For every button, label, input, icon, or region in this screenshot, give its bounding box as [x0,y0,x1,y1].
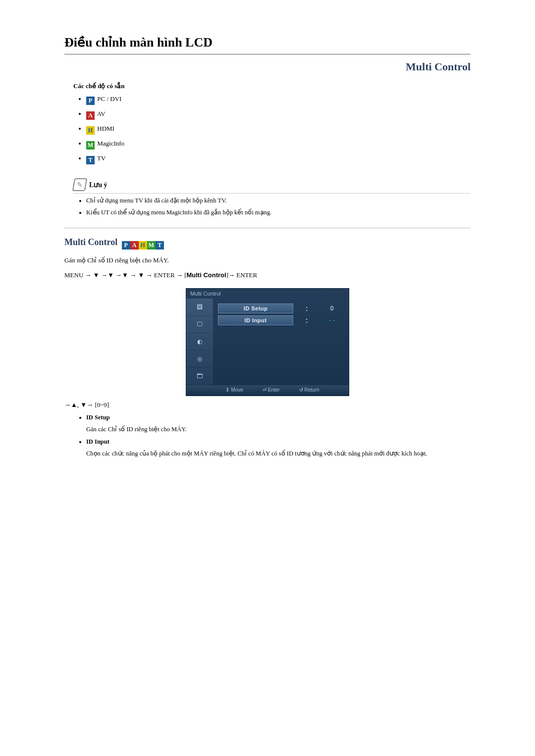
mode-icon-strip: P A H M T [122,241,164,250]
osd-footer: Move Enter Return [186,385,349,396]
definition-desc: Gán các Chỉ số ID riêng biệt cho MÁY. [86,425,471,433]
osd-row-sep: : [293,316,320,324]
osd-title: Multi Control [186,289,349,299]
monitor-icon: 🖵 [194,319,205,330]
after-osd-seq: →▲, ▼→ [0~9] [64,401,471,409]
osd-tab: 🖵 [186,316,213,333]
osd-tab: ◎ [186,351,213,368]
mode-label: PC / DVI [97,95,121,102]
osd-row-label: ID Input [218,315,293,325]
document-page: Điều chỉnh màn hình LCD Multi Control Cá… [0,0,535,490]
osd-tab: 🗔 [186,368,213,385]
rule-top [64,54,471,54]
setup-icon: 🗔 [194,371,205,382]
nav-suffix: ]→ ENTER [226,271,257,279]
a-icon: A [86,111,95,120]
menu-nav-sequence: MENU → ▼ →▼ →▼ → ▼ → ENTER → [Multi Cont… [64,271,471,279]
mode-label: AV [97,110,106,117]
mode-item: H HDMI [86,125,471,135]
osd-row: ID Setup : 0 [218,303,344,313]
mode-label: HDMI [97,125,114,132]
mode-item: A AV [86,110,471,120]
osd-sidebar: 🖼 🖵 ◐ ◎ 🗔 [186,299,213,385]
mode-label: MagicInfo [97,140,124,147]
intro-text: Gán mộ Chỉ số ID riêng biệt cho MÁY. [64,256,471,264]
p-icon: P [122,241,130,250]
osd-row-label: ID Setup [218,303,293,313]
page-title: Điều chỉnh màn hình LCD [64,35,471,52]
t-icon: T [156,241,164,250]
osd-footer-item: Return [299,387,320,393]
nav-prefix: MENU → ▼ →▼ →▼ → ▼ → ENTER → [ [64,271,186,279]
pencil-icon: ✎ [72,178,88,191]
osd-row-value: - - [320,317,344,324]
definition-desc: Chọn các chức năng của bộ phát cho một M… [86,450,471,457]
mode-item: P PC / DVI [86,95,471,105]
osd-body: 🖼 🖵 ◐ ◎ 🗔 ID Setup : 0 ID Input : - - [186,299,349,385]
note-heading-label: Lưu ý [89,181,107,189]
clock-icon: ◎ [194,353,205,364]
note-list: Chỉ sử dụng menu TV khi đã cài đặt một h… [86,197,471,217]
osd-tab: ◐ [186,333,213,351]
definition-item: ID Input Chọn các chức năng của bộ phát … [86,438,471,457]
nav-bold: Multi Control [186,271,226,279]
note-header: ✎ Lưu ý [73,178,471,194]
picture-icon: 🖼 [194,302,205,312]
p-icon: P [86,97,95,105]
osd-row-sep: : [293,304,320,312]
definition-item: ID Setup Gán các Chỉ số ID riêng biệt ch… [86,414,471,433]
osd-screenshot: Multi Control 🖼 🖵 ◐ ◎ 🗔 ID Setup : 0 ID … [186,288,349,396]
osd-row-value: 0 [320,305,344,312]
sound-icon: ◐ [194,336,205,347]
mode-label: TV [97,154,106,162]
m-icon: M [86,141,95,150]
osd-row: ID Input : - - [218,315,344,325]
osd-tab: 🖼 [186,299,213,316]
osd-main: ID Setup : 0 ID Input : - - [213,299,349,385]
osd-footer-item: Move [225,387,243,393]
section-heading-text: Multi Control [64,237,117,247]
definition-term: ID Input [86,438,471,446]
definition-term: ID Setup [86,414,471,421]
h-icon: H [86,126,95,135]
m-icon: M [147,241,156,250]
osd-spacer [218,327,344,377]
modes-list: P PC / DVI A AV H HDMI M MagicInfo T TV [86,95,471,164]
note-item: Kiểu UT có thể sử dụng menu MagicInfo kh… [86,208,471,217]
osd-footer-item: Enter [263,387,280,393]
definitions-list: ID Setup Gán các Chỉ số ID riêng biệt ch… [86,414,471,457]
note-item: Chỉ sử dụng menu TV khi đã cài đặt một h… [86,197,471,205]
section-heading: Multi Control P A H M T [64,237,471,250]
section-name-right: Multi Control [64,60,471,73]
rule-section [64,228,471,228]
t-icon: T [86,156,95,164]
modes-heading: Các chế độ có sẵn [73,82,471,90]
h-icon: H [139,241,147,250]
mode-item: T TV [86,154,471,164]
mode-item: M MagicInfo [86,140,471,150]
a-icon: A [130,241,139,250]
